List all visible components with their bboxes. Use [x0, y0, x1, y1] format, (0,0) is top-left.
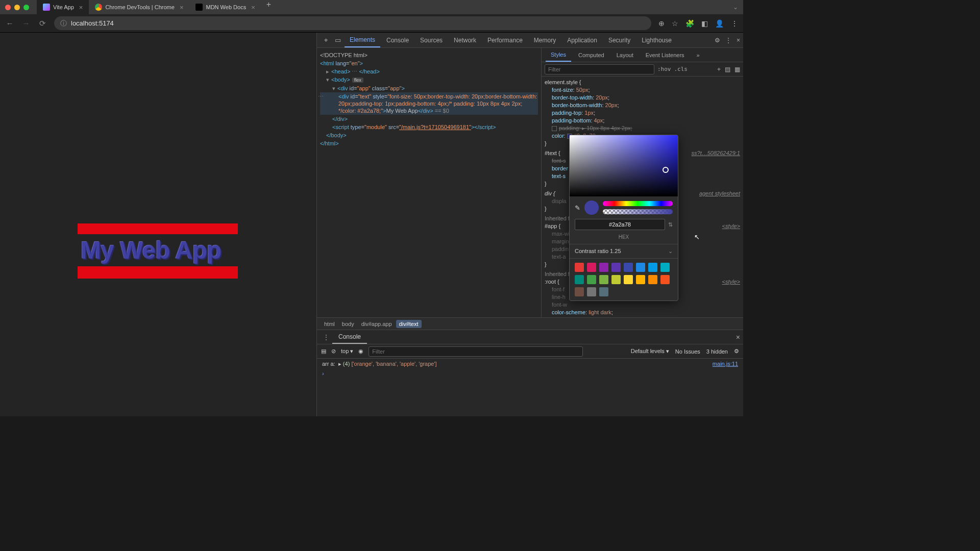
minimize-window-button[interactable] — [14, 5, 20, 10]
new-rule-icon[interactable]: + — [717, 66, 721, 73]
dom-node-selected[interactable]: ⋯<div id="text" style="font-size: 50px;b… — [320, 92, 538, 115]
palette-swatch[interactable] — [648, 263, 657, 272]
palette-swatch[interactable] — [599, 263, 608, 272]
hov-toggle[interactable]: :hov — [657, 66, 671, 72]
palette-swatch[interactable] — [660, 275, 670, 284]
source-link[interactable]: main.js:11 — [713, 361, 738, 367]
chevron-down-icon[interactable]: ⌄ — [733, 4, 738, 11]
color-picker-saturation[interactable] — [570, 135, 678, 196]
subtab-event-listeners[interactable]: Event Listeners — [641, 48, 690, 62]
palette-swatch[interactable] — [599, 275, 608, 284]
chevron-down-icon[interactable]: ⌄ — [668, 247, 673, 255]
sidebar-toggle-icon[interactable]: ▤ — [321, 348, 326, 355]
palette-swatch[interactable] — [575, 287, 584, 296]
clear-console-icon[interactable]: ⊘ — [331, 348, 336, 355]
close-window-button[interactable] — [5, 5, 11, 10]
flex-badge[interactable]: flex — [352, 78, 363, 83]
url-field[interactable]: ⓘ localhost:5174 — [54, 16, 651, 30]
menu-icon[interactable]: ⋮ — [731, 19, 738, 28]
palette-swatch[interactable] — [660, 263, 670, 272]
console-settings-icon[interactable]: ⚙ — [734, 348, 739, 355]
issues-indicator[interactable]: No Issues — [675, 348, 700, 355]
bookmark-icon[interactable]: ☆ — [672, 19, 678, 28]
more-tabs-icon[interactable]: » — [692, 48, 705, 62]
back-button[interactable]: ← — [5, 19, 14, 28]
close-tab-icon[interactable]: × — [180, 4, 184, 11]
browser-tab[interactable]: Vite App × — [37, 0, 89, 14]
tab-network[interactable]: Network — [449, 33, 481, 47]
close-tab-icon[interactable]: × — [79, 4, 83, 11]
more-icon[interactable]: ⋮ — [725, 37, 731, 44]
styles-rules[interactable]: element.style { font-size: 50px; border-… — [542, 77, 743, 317]
tab-application[interactable]: Application — [562, 33, 602, 47]
console-output[interactable]: arr a: ▸ (4) ['orange', 'banana', 'apple… — [317, 359, 743, 416]
inspect-icon[interactable]: ⌖ — [320, 36, 331, 44]
palette-swatch[interactable] — [611, 263, 621, 272]
palette-swatch[interactable] — [587, 275, 596, 284]
dom-node[interactable]: <html — [320, 60, 334, 66]
format-toggle-icon[interactable]: ⇅ — [668, 221, 673, 229]
sidepanel-icon[interactable]: ◧ — [701, 19, 708, 28]
palette-swatch[interactable] — [624, 275, 633, 284]
prop-toggle-checkbox[interactable] — [552, 126, 557, 131]
alpha-slider[interactable] — [603, 209, 673, 214]
palette-swatch[interactable] — [624, 263, 633, 272]
zoom-icon[interactable]: ⊕ — [658, 19, 665, 28]
maximize-window-button[interactable] — [23, 5, 29, 10]
box-model-icon[interactable]: ▦ — [734, 66, 740, 73]
palette-swatch[interactable] — [575, 275, 584, 284]
contrast-row[interactable]: Contrast ratio 1.25 ⌄ — [570, 244, 678, 258]
tab-elements[interactable]: Elements — [345, 33, 380, 47]
palette-swatch[interactable] — [636, 275, 645, 284]
crumb-body[interactable]: body — [339, 320, 357, 328]
profile-icon[interactable]: 👤 — [715, 19, 724, 28]
live-expression-icon[interactable]: ◉ — [358, 348, 363, 355]
palette-swatch[interactable] — [636, 263, 645, 272]
styles-filter-input[interactable] — [545, 64, 654, 74]
close-tab-icon[interactable]: × — [251, 4, 255, 11]
drawer-menu-icon[interactable]: ⋮ — [320, 334, 332, 341]
browser-tab[interactable]: Chrome DevTools | Chrome × — [89, 0, 189, 14]
palette-swatch[interactable] — [611, 275, 621, 284]
dom-node[interactable]: <!DOCTYPE html> — [320, 51, 538, 59]
tab-performance[interactable]: Performance — [482, 33, 528, 47]
palette-swatch[interactable] — [587, 263, 596, 272]
site-info-icon[interactable]: ⓘ — [60, 19, 67, 28]
tab-lighthouse[interactable]: Lighthouse — [636, 33, 677, 47]
crumb-app[interactable]: div#app.app — [358, 320, 395, 328]
palette-swatch[interactable] — [587, 287, 596, 296]
device-toggle-icon[interactable]: ▭ — [332, 36, 344, 44]
log-levels-selector[interactable]: Default levels ▾ — [631, 348, 669, 355]
color-picker[interactable]: ✎ ⇅ HEX Contra — [569, 135, 678, 301]
eyedropper-icon[interactable]: ✎ — [575, 204, 580, 212]
subtab-layout[interactable]: Layout — [611, 48, 639, 62]
close-drawer-icon[interactable]: × — [736, 333, 740, 341]
palette-swatch[interactable] — [599, 287, 608, 296]
tab-security[interactable]: Security — [603, 33, 635, 47]
palette-swatch[interactable] — [648, 275, 657, 284]
crumb-html[interactable]: html — [321, 320, 338, 328]
tab-console[interactable]: Console — [381, 33, 414, 47]
extensions-icon[interactable]: 🧩 — [685, 19, 694, 28]
reload-button[interactable]: ⟳ — [38, 19, 47, 28]
tab-memory[interactable]: Memory — [529, 33, 561, 47]
palette-swatch[interactable] — [575, 263, 584, 272]
hidden-messages[interactable]: 3 hidden — [706, 348, 728, 355]
context-selector[interactable]: top ▾ — [341, 348, 353, 355]
forward-button[interactable]: → — [21, 19, 31, 28]
subtab-styles[interactable]: Styles — [546, 48, 571, 62]
drawer-tab-console[interactable]: Console — [332, 330, 367, 344]
new-tab-button[interactable]: + — [261, 0, 276, 14]
hue-slider[interactable] — [603, 201, 673, 206]
cls-toggle[interactable]: .cls — [674, 66, 688, 72]
subtab-computed[interactable]: Computed — [573, 48, 609, 62]
tab-sources[interactable]: Sources — [415, 33, 448, 47]
settings-icon[interactable]: ⚙ — [715, 37, 720, 44]
elements-tree[interactable]: <!DOCTYPE html> <html lang="en"> ▸<head>… — [317, 48, 542, 317]
console-filter-input[interactable] — [369, 346, 583, 357]
crumb-text[interactable]: div#text — [396, 320, 422, 328]
hex-input[interactable] — [575, 219, 665, 230]
close-devtools-icon[interactable]: × — [737, 37, 740, 44]
flex-editor-icon[interactable]: ▤ — [725, 66, 730, 73]
browser-tab[interactable]: MDN Web Docs × — [189, 0, 261, 14]
